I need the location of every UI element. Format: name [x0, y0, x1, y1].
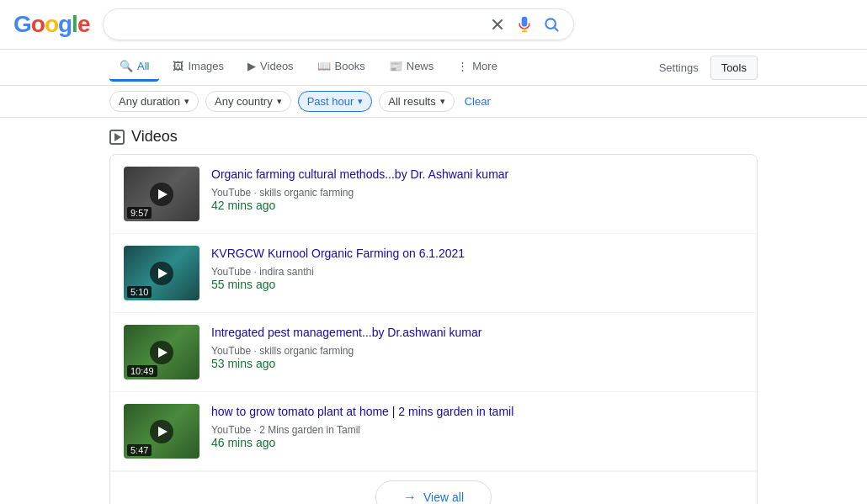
- view-all-arrow-icon: →: [403, 490, 417, 504]
- video-source: YouTube: [211, 345, 251, 357]
- results-filter[interactable]: All results ▾: [379, 91, 454, 112]
- country-filter[interactable]: Any country ▾: [205, 91, 291, 112]
- videos-card: 9:57 Organic farming cultural methods...…: [109, 154, 758, 504]
- video-time: 46 mins ago: [211, 436, 743, 449]
- tab-more-label: More: [472, 60, 497, 72]
- tools-button[interactable]: Tools: [710, 56, 758, 80]
- tab-images-label: Images: [188, 60, 224, 72]
- search-icon: [543, 16, 560, 33]
- video-meta: YouTube · 2 Mins garden in Tamil: [211, 424, 743, 436]
- video-info: Organic farming cultural methods...by Dr…: [211, 167, 743, 212]
- tab-videos[interactable]: ▶ Videos: [237, 53, 304, 82]
- video-title-link[interactable]: how to grow tomato plant at home | 2 min…: [211, 405, 513, 418]
- video-thumbnail[interactable]: 9:57: [124, 167, 199, 221]
- duration-filter[interactable]: Any duration ▾: [109, 91, 199, 112]
- video-thumbnail[interactable]: 10:49: [124, 325, 199, 379]
- nav-tabs: 🔍 All 🖼 Images ▶ Videos 📖 Books 📰 News ⋮…: [0, 50, 867, 86]
- video-time: 53 mins ago: [211, 357, 743, 370]
- view-all-button[interactable]: → View all: [375, 480, 492, 504]
- video-meta: YouTube · skills organic farming: [211, 345, 743, 357]
- tab-more[interactable]: ⋮ More: [447, 53, 508, 82]
- duration-chevron-icon: ▾: [184, 96, 189, 107]
- video-thumbnail[interactable]: 5:10: [124, 246, 199, 300]
- video-duration: 10:49: [127, 365, 157, 377]
- time-filter[interactable]: Past hour ▾: [298, 91, 373, 112]
- video-channel: 2 Mins garden in Tamil: [259, 424, 360, 436]
- video-channel: indira santhi: [259, 266, 314, 278]
- videos-section-title: Videos: [131, 128, 178, 146]
- table-row: 5:47 how to grow tomato plant at home | …: [110, 392, 757, 471]
- country-filter-label: Any country: [215, 95, 273, 108]
- video-source: YouTube: [211, 187, 251, 199]
- video-source: YouTube: [211, 266, 251, 278]
- time-chevron-icon: ▾: [358, 96, 363, 107]
- video-title-link[interactable]: Intregated pest management...by Dr.ashwa…: [211, 326, 481, 339]
- video-title-link[interactable]: Organic farming cultural methods...by Dr…: [211, 167, 508, 181]
- books-icon: 📖: [317, 60, 331, 72]
- clear-button[interactable]: [487, 14, 508, 34]
- mic-icon: [516, 16, 533, 33]
- video-source: YouTube: [211, 424, 251, 436]
- all-icon: 🔍: [120, 60, 133, 72]
- video-thumbnail[interactable]: 5:47: [124, 404, 199, 459]
- video-info: how to grow tomato plant at home | 2 min…: [211, 404, 743, 449]
- video-duration: 5:47: [127, 444, 152, 456]
- table-row: 10:49 Intregated pest management...by Dr…: [110, 313, 757, 392]
- play-button-icon: [150, 183, 173, 206]
- videos-section-header: Videos: [109, 128, 758, 146]
- video-section-icon: [109, 130, 125, 145]
- tab-videos-label: Videos: [260, 60, 294, 72]
- more-icon: ⋮: [457, 60, 468, 72]
- tab-all-label: All: [137, 60, 149, 72]
- close-icon: [489, 16, 506, 33]
- video-channel: skills organic farming: [259, 345, 354, 357]
- search-button[interactable]: [541, 14, 561, 34]
- settings-link[interactable]: Settings: [651, 56, 707, 79]
- tab-all[interactable]: 🔍 All: [109, 53, 159, 82]
- country-chevron-icon: ▾: [277, 96, 282, 107]
- play-triangle-icon: [158, 427, 168, 437]
- play-triangle-icon: [158, 347, 168, 358]
- duration-filter-label: Any duration: [119, 95, 180, 108]
- video-duration: 9:57: [127, 207, 152, 219]
- videos-icon: ▶: [247, 60, 256, 72]
- header: Google "organic farming": [0, 0, 867, 50]
- main-content: Videos 9:57 Organic farming cultural met…: [0, 118, 867, 504]
- images-icon: 🖼: [173, 60, 184, 72]
- play-button-icon: [150, 341, 173, 364]
- video-meta: YouTube · indira santhi: [211, 266, 743, 278]
- tab-news[interactable]: 📰 News: [379, 53, 444, 82]
- video-play-icon: [114, 133, 121, 141]
- table-row: 9:57 Organic farming cultural methods...…: [110, 155, 757, 234]
- logo-letter-g2: g: [58, 11, 72, 37]
- play-triangle-icon: [158, 268, 168, 279]
- results-filter-label: All results: [388, 95, 435, 108]
- search-box: "organic farming": [103, 8, 574, 40]
- logo-letter-g: G: [13, 11, 31, 37]
- nav-right: Settings Tools: [651, 56, 758, 80]
- tab-images[interactable]: 🖼 Images: [162, 53, 234, 82]
- play-triangle-icon: [158, 189, 168, 199]
- video-duration: 5:10: [127, 286, 152, 298]
- video-meta: YouTube · skills organic farming: [211, 187, 743, 199]
- video-channel: skills organic farming: [259, 187, 354, 199]
- tab-books[interactable]: 📖 Books: [307, 53, 375, 82]
- voice-search-button[interactable]: [514, 14, 535, 34]
- results-chevron-icon: ▾: [440, 96, 445, 107]
- table-row: 5:10 KVRGCW Kurnool Organic Farming on 6…: [110, 234, 757, 313]
- logo-letter-l: l: [72, 11, 77, 37]
- view-all-label: View all: [423, 491, 464, 504]
- google-logo[interactable]: Google: [13, 11, 89, 38]
- video-title-link[interactable]: KVRGCW Kurnool Organic Farming on 6.1.20…: [211, 247, 465, 260]
- search-input[interactable]: "organic farming": [115, 17, 481, 32]
- clear-filter-link[interactable]: Clear: [465, 95, 491, 108]
- tab-news-label: News: [407, 60, 434, 72]
- play-button-icon: [150, 420, 173, 443]
- logo-letter-o1: o: [31, 11, 45, 37]
- news-icon: 📰: [389, 60, 402, 72]
- video-time: 42 mins ago: [211, 199, 743, 212]
- time-filter-label: Past hour: [307, 95, 354, 108]
- tab-books-label: Books: [335, 60, 365, 72]
- logo-letter-e: e: [77, 11, 90, 37]
- filter-bar: Any duration ▾ Any country ▾ Past hour ▾…: [0, 86, 867, 118]
